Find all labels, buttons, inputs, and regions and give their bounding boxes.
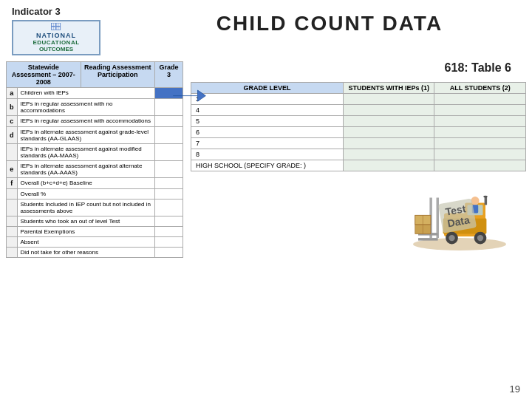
grade-value <box>154 178 183 189</box>
logo-box: NATIONAL EDUCATIONAL OUTCOMES <box>12 20 100 55</box>
test-data-label: TestData <box>438 198 477 233</box>
row-desc: IEPs in regular assessment with no accom… <box>17 99 154 116</box>
grade-table-row: 7 <box>191 138 526 149</box>
row-id <box>7 144 18 161</box>
row-id <box>7 200 18 216</box>
page-title: CHILD COUNT DATA <box>139 12 520 35</box>
grade-value <box>154 127 183 144</box>
grade-table-row: 8 <box>191 149 526 160</box>
svg-rect-18 <box>418 238 438 241</box>
row-id: a <box>7 88 18 99</box>
grade-level-cell: 6 <box>191 127 344 138</box>
grade-value <box>154 116 183 127</box>
table618-label: 618: Table 6 <box>191 61 526 75</box>
svg-point-12 <box>449 235 454 241</box>
grade-value <box>154 200 183 216</box>
row-id <box>7 248 18 258</box>
row-id: f <box>7 178 18 189</box>
all-students-cell <box>434 127 526 138</box>
iep-col-header: STUDENTS WITH IEPs (1) <box>343 83 434 94</box>
all-students-cell <box>434 94 526 105</box>
svg-rect-25 <box>485 197 488 205</box>
grade-value <box>154 144 183 161</box>
iep-count-cell <box>343 160 434 171</box>
svg-rect-16 <box>437 198 440 239</box>
grade-table-row: 6 <box>191 127 526 138</box>
grade-level-cell: 3 <box>191 94 344 105</box>
statewide-assessment-table: Statewide Assessment – 2007-2008 Reading… <box>6 61 183 258</box>
forklift-illustration-area: TestData <box>191 179 526 253</box>
grade-table-row: 5 <box>191 116 526 127</box>
row-desc: Students who took an out of level Test <box>17 216 154 227</box>
row-desc: Students Included in IEP count but not i… <box>17 200 154 216</box>
logo-area: Indicator 3 NATIONAL EDUCATIONAL OUTCOME… <box>12 6 130 55</box>
row-desc: Children with IEPs <box>17 88 154 99</box>
grade-level-col-header: GRADE LEVEL <box>191 83 344 94</box>
grade-table-row: 4 <box>191 105 526 116</box>
grade-value <box>154 216 183 227</box>
grade-level-cell: 7 <box>191 138 344 149</box>
row-desc: IEPs in alternate assessment against alt… <box>17 161 154 178</box>
grade-level-cell: 5 <box>191 116 344 127</box>
row-desc: Overall (b+c+d+e) Baseline <box>17 178 154 189</box>
row-desc: Absent <box>17 237 154 248</box>
logo-grid-icon <box>50 23 63 30</box>
col1-header: Statewide Assessment – 2007-2008 <box>7 62 81 88</box>
grade-level-cell: 8 <box>191 149 344 160</box>
iep-count-cell <box>343 127 434 138</box>
content-area: Statewide Assessment – 2007-2008 Reading… <box>0 58 532 261</box>
grade-level-cell: 4 <box>191 105 344 116</box>
row-desc: Parental Exemptions <box>17 227 154 237</box>
col3-header: Grade 3 <box>154 62 183 88</box>
iep-count-cell <box>343 105 434 116</box>
page-header: Indicator 3 NATIONAL EDUCATIONAL OUTCOME… <box>0 0 532 58</box>
logo-line2: EDUCATIONAL <box>33 39 79 46</box>
svg-point-26 <box>483 196 488 198</box>
row-desc: Did not take for other reasons <box>17 248 154 258</box>
page-number: 19 <box>510 383 520 395</box>
iep-count-cell <box>343 138 434 149</box>
iep-count-cell <box>343 149 434 160</box>
logo-line1: NATIONAL <box>36 32 76 39</box>
right-section: 618: Table 6 GRADE LEVEL STUDENTS WITH I… <box>191 61 526 258</box>
grade-table-row: 3 <box>191 94 526 105</box>
iep-count-cell <box>343 116 434 127</box>
col2-header: Reading Assessment Participation <box>81 62 154 88</box>
row-id <box>7 216 18 227</box>
grade-table-body: 345678HIGH SCHOOL (SPECIFY GRADE: ) <box>191 94 526 171</box>
grade-level-table: GRADE LEVEL STUDENTS WITH IEPs (1) ALL S… <box>191 82 526 171</box>
row-desc: IEPs in regular assessment with accommod… <box>17 116 154 127</box>
row-desc: IEPs in alternate assessment against gra… <box>17 127 154 144</box>
row-desc: Overall % <box>17 189 154 200</box>
left-table-body: aChildren with IEPsbIEPs in regular asse… <box>7 88 183 258</box>
row-id: c <box>7 116 18 127</box>
svg-point-14 <box>477 235 483 241</box>
logo-line3: OUTCOMES <box>39 46 73 52</box>
row-id <box>7 189 18 200</box>
row-id: b <box>7 99 18 116</box>
grade-value <box>154 237 183 248</box>
all-students-cell <box>434 160 526 171</box>
grade-value <box>154 248 183 258</box>
main-title-area: CHILD COUNT DATA <box>139 6 520 35</box>
row-id: d <box>7 127 18 144</box>
iep-count-cell <box>343 94 434 105</box>
grade-table-row: HIGH SCHOOL (SPECIFY GRADE: ) <box>191 160 526 171</box>
arrow-indicator <box>170 85 207 107</box>
grade-value <box>154 161 183 178</box>
row-id <box>7 227 18 237</box>
grade-value <box>154 189 183 200</box>
left-table-wrapper: Statewide Assessment – 2007-2008 Reading… <box>6 61 183 258</box>
all-students-cell <box>434 138 526 149</box>
grade-value <box>154 227 183 237</box>
indicator-title: Indicator 3 <box>12 6 61 17</box>
all-students-cell <box>434 105 526 116</box>
row-desc: IEPs in alternate assessment against mod… <box>17 144 154 161</box>
grade-level-cell: HIGH SCHOOL (SPECIFY GRADE: ) <box>191 160 344 171</box>
row-id <box>7 237 18 248</box>
all-students-cell <box>434 149 526 160</box>
all-students-col-header: ALL STUDENTS (2) <box>434 83 526 94</box>
row-id: e <box>7 161 18 178</box>
all-students-cell <box>434 116 526 127</box>
